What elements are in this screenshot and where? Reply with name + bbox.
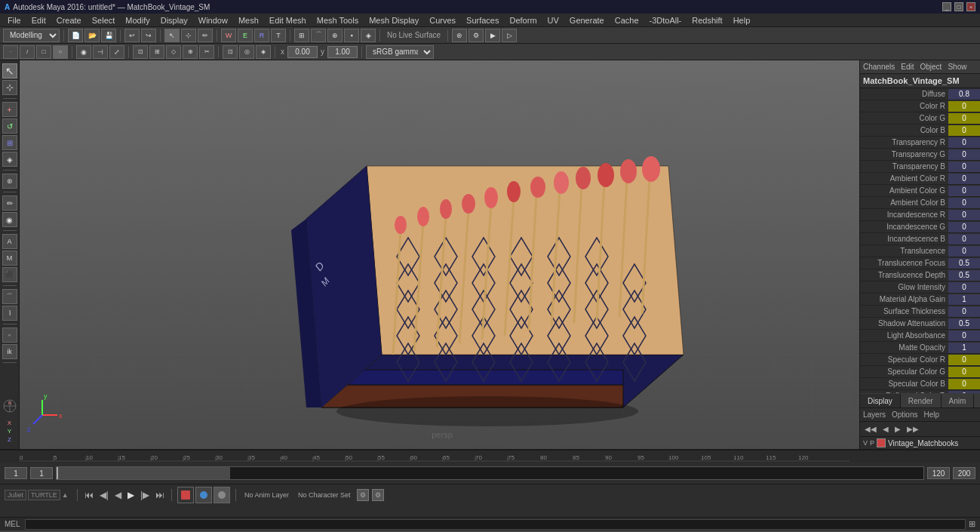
paint-button[interactable]: ✏ (198, 29, 213, 42)
render-tab-anim[interactable]: Anim (942, 394, 975, 407)
anim-settings-btn-1[interactable]: ⚙ (357, 489, 369, 501)
multicut-btn[interactable]: ✂ (199, 45, 214, 59)
attr-translucence-depth-value[interactable] (948, 270, 980, 281)
open-file-button[interactable]: 📂 (84, 29, 100, 42)
lasso-tool-btn[interactable]: ⊹ (2, 80, 17, 95)
attr-specular-r-value[interactable] (948, 355, 980, 365)
bevel-btn[interactable]: ◇ (166, 45, 181, 59)
menu-mesh[interactable]: Mesh (234, 15, 263, 26)
anim-settings-btn-2[interactable]: ⚙ (372, 489, 384, 501)
menu-3dto-all[interactable]: -3DtoAll- (645, 15, 687, 26)
snap-grid-button[interactable]: ⊞ (294, 29, 309, 42)
step-back-btn[interactable]: ◀| (98, 490, 110, 500)
layer-item[interactable]: V P Vintage_Matchbooks (860, 437, 980, 449)
show-manip-btn[interactable]: ⊛ (2, 174, 17, 189)
snap-view-button[interactable]: ▪ (344, 29, 359, 42)
translate-x-input[interactable]: 0.00 (287, 46, 318, 58)
face-btn[interactable]: □ (36, 45, 51, 59)
new-file-button[interactable]: 📄 (68, 29, 83, 42)
attr-translucence-value[interactable] (948, 246, 980, 257)
rotate-tool-btn[interactable]: ↺ (2, 118, 17, 134)
transport-rewind[interactable]: ◀◀ (863, 425, 878, 433)
attr-specular-g-value[interactable] (948, 367, 980, 377)
attr-glow-intensity-value[interactable] (948, 282, 980, 293)
menu-file[interactable]: File (3, 15, 26, 26)
universal-button[interactable]: T (271, 29, 286, 42)
frame-max-input[interactable] (953, 467, 975, 479)
smooth-btn[interactable]: ◎ (239, 45, 254, 59)
viewport[interactable]: View Shading Lighting Show Panels (20, 60, 859, 449)
scale-tool-btn[interactable]: ⊞ (2, 135, 17, 150)
lasso-button[interactable]: ⊹ (181, 29, 196, 42)
camera-btn[interactable]: ⬛ (2, 267, 17, 282)
menu-window[interactable]: Window (194, 15, 232, 26)
attr-specular-b-value[interactable] (948, 379, 980, 389)
goto-end-btn[interactable]: ⏭ (154, 490, 166, 500)
layers-tab[interactable]: Layers (863, 411, 886, 419)
transport-forward[interactable]: ▶ (893, 425, 902, 433)
menu-generate[interactable]: Generate (565, 15, 609, 26)
sculpt-btn[interactable]: ◉ (2, 212, 17, 227)
timeline-range-bar[interactable] (56, 466, 924, 480)
step-forward-btn[interactable]: |▶ (139, 490, 151, 500)
edge-btn[interactable]: / (20, 45, 35, 59)
frame-start-input[interactable] (5, 467, 27, 479)
ep-curve-btn[interactable]: ⌇ (2, 306, 17, 321)
attr-color-g-value[interactable] (948, 113, 980, 124)
snap-surface-button[interactable]: ◈ (361, 29, 376, 42)
tweak-btn[interactable]: ⤢ (109, 45, 124, 59)
mel-input[interactable] (25, 519, 966, 530)
anim-thumb-2[interactable] (195, 487, 212, 503)
minimize-button[interactable]: _ (942, 2, 951, 11)
render-tab-render[interactable]: Render (901, 394, 942, 407)
options-tab[interactable]: Options (892, 411, 917, 419)
subD-btn[interactable]: ◈ (256, 45, 271, 59)
attribute-list[interactable]: Diffuse Color R Color G Color B Transpar… (860, 88, 980, 393)
menu-redshift[interactable]: Redshift (687, 15, 727, 26)
menu-create[interactable]: Create (52, 15, 86, 26)
no-live-surface-btn[interactable]: No Live Surface (384, 31, 444, 39)
curve-tool-btn[interactable]: ⌒ (2, 289, 17, 304)
attr-transparency-r-value[interactable] (948, 137, 980, 148)
select-button[interactable]: ↖ (164, 29, 180, 42)
attr-ambient-g-value[interactable] (948, 186, 980, 196)
frame-end-120-input[interactable] (927, 467, 950, 479)
attr-transparency-b-value[interactable] (948, 161, 980, 172)
channels-btn[interactable]: Channels (863, 63, 895, 71)
layer-v-btn[interactable]: V (863, 439, 868, 447)
attr-incandescence-r-value[interactable] (948, 210, 980, 220)
paint-attr-btn[interactable]: ✏ (2, 195, 17, 211)
ik-handle-btn[interactable]: ik (2, 344, 17, 359)
measure-btn[interactable]: M (2, 251, 17, 266)
menu-help[interactable]: Help (729, 15, 755, 26)
play-back-btn[interactable]: ◀ (113, 490, 123, 500)
transport-fast-forward[interactable]: ▶▶ (905, 425, 920, 433)
undo-button[interactable]: ↩ (124, 29, 140, 42)
snap-curve-button[interactable]: ⌒ (311, 29, 326, 42)
snap-point-button[interactable]: ⊕ (327, 29, 343, 42)
status-icon[interactable]: ⊞ (969, 519, 975, 529)
scale-button[interactable]: R (254, 29, 269, 42)
mode-dropdown[interactable]: Modelling Rigging Animation (3, 29, 60, 42)
menu-select[interactable]: Select (88, 15, 120, 26)
maximize-button[interactable]: □ (954, 2, 963, 11)
menu-mesh-display[interactable]: Mesh Display (364, 15, 423, 26)
render-tab-display[interactable]: Display (860, 394, 901, 407)
play-forward-btn[interactable]: ▶ (126, 490, 136, 500)
vertex-btn[interactable]: · (3, 45, 18, 59)
universal-tool-btn[interactable]: ◈ (2, 152, 17, 167)
menu-cache[interactable]: Cache (610, 15, 644, 26)
attr-ambient-r-value[interactable] (948, 174, 980, 184)
anim-thumb-1[interactable] (177, 487, 194, 503)
attr-light-absorbance-value[interactable] (948, 331, 980, 341)
save-file-button[interactable]: 💾 (101, 29, 116, 42)
attr-shadow-atten-value[interactable] (948, 318, 980, 329)
attr-color-r-value[interactable] (948, 101, 980, 112)
anim-thumb-3[interactable] (214, 487, 230, 503)
render-settings[interactable]: ⚙ (468, 29, 484, 42)
menu-surfaces[interactable]: Surfaces (462, 15, 503, 26)
symmetry-btn[interactable]: ⊣ (93, 45, 108, 59)
bridge-btn[interactable]: ⊞ (149, 45, 164, 59)
show-btn[interactable]: Show (948, 63, 966, 71)
menu-edit[interactable]: Edit (27, 15, 51, 26)
